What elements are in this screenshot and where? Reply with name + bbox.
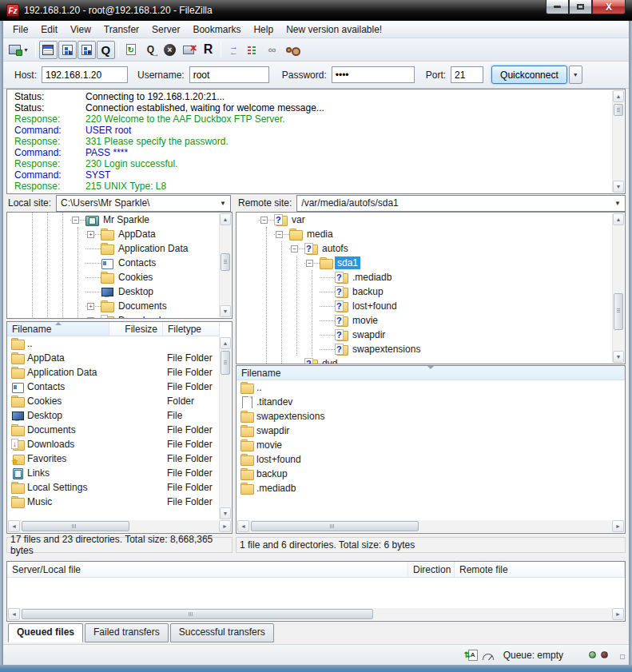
remote-tree-vertical-scrollbar[interactable]: ▲ ▼ [612,213,624,363]
file-row-swapextensions[interactable]: swapextensions [237,409,625,423]
tree-item-autofs[interactable]: −autofs [259,241,625,256]
menu-item-help[interactable]: Help [247,22,280,38]
expand-expander[interactable]: + [87,231,94,238]
tree-item-documents[interactable]: +Documents [25,299,232,313]
expand-expander[interactable]: + [87,303,94,310]
toggle-remote-tree-button[interactable]: F [78,41,96,59]
file-row-cookies[interactable]: CookiesFolder [7,394,232,408]
log-vertical-scrollbar[interactable]: ▲ ▼ [612,90,624,193]
file-row-movie[interactable]: movie [237,438,625,452]
tab-successful-transfers[interactable]: Successful transfers [170,623,274,642]
port-input[interactable] [451,66,483,83]
queue-column-remote-file[interactable]: Remote file [455,562,625,577]
compare-directories-button[interactable]: →← [225,41,243,59]
tree-item-swapdir[interactable]: swapdir [259,328,625,342]
quickconnect-button[interactable]: Quickconnect [491,66,567,84]
file-row-downloads[interactable]: DownloadsFile Folder [7,437,232,451]
tree-item-var[interactable]: −var [259,213,625,227]
resize-grip[interactable] [621,655,624,658]
remote-list-horizontal-scrollbar[interactable]: ◄ ► [237,520,624,532]
tree-item-downloads[interactable]: +Downloads [25,313,232,319]
remote-tree-scroll-thumb[interactable] [614,293,623,330]
scroll-down-arrow[interactable]: ▼ [613,181,624,193]
file-row-desktop[interactable]: DesktopFile [7,408,232,423]
collapse-expander[interactable]: − [260,217,268,224]
file-row-swapdir[interactable]: swapdir [237,423,625,438]
process-queue-button[interactable]: Q [141,41,160,59]
scroll-up-arrow[interactable]: ▲ [220,337,231,349]
file-row-backup[interactable]: backup [237,467,625,481]
cancel-button[interactable]: × [161,41,179,59]
maximize-button[interactable] [569,0,592,14]
menu-item-view[interactable]: View [64,22,97,38]
menu-item-transfer[interactable]: Transfer [97,22,145,38]
scroll-down-arrow[interactable]: ▼ [613,351,624,363]
scroll-up-arrow[interactable]: ▲ [613,213,624,225]
local-tree-vertical-scrollbar[interactable]: ▲ ▼ [219,213,231,317]
site-manager-button[interactable]: ▼ [8,41,32,59]
chevron-down-icon[interactable]: ▼ [220,200,226,207]
collapse-expander[interactable]: − [276,231,283,238]
scroll-right-arrow[interactable]: ► [219,520,231,532]
menu-item-edit[interactable]: Edit [34,22,64,38]
tree-item-backup[interactable]: backup [259,284,625,299]
collapse-expander[interactable]: − [306,260,313,267]
scroll-right-arrow[interactable]: ► [612,520,624,532]
scroll-left-arrow[interactable]: ◄ [237,520,249,532]
menu-item-server[interactable]: Server [145,22,186,38]
remote-site-combo[interactable]: /var/media/autofs/sda1 ▼ [296,195,626,212]
tree-item-dvd[interactable]: dvd [259,356,625,364]
queue-horizontal-scrollbar[interactable]: ◄ ► [8,608,624,620]
collapse-expander[interactable]: − [72,217,79,224]
file-row-local-settings[interactable]: Local SettingsFile Folder [7,480,232,495]
tree-item-lost-found[interactable]: lost+found [259,299,625,313]
minimize-button[interactable] [546,0,569,14]
scroll-up-arrow[interactable]: ▲ [613,90,624,102]
scroll-up-arrow[interactable]: ▲ [220,213,231,225]
find-files-button[interactable] [282,41,300,59]
queue-hscroll-thumb[interactable] [22,609,373,619]
chevron-down-icon[interactable]: ▼ [614,200,621,207]
file-row-contacts[interactable]: ContactsFile Folder [7,380,232,394]
scroll-left-arrow[interactable]: ◄ [8,520,20,532]
refresh-button[interactable] [122,41,141,59]
queue-column-server-local-file[interactable]: Server/Local file [7,562,408,577]
tree-item--mediadb[interactable]: .mediadb [259,270,625,284]
quickconnect-dropdown-button[interactable]: ▼ [569,66,582,84]
tab-failed-transfers[interactable]: Failed transfers [85,623,169,642]
scroll-left-arrow[interactable]: ◄ [8,608,20,620]
file-row-music[interactable]: MusicFile Folder [7,495,232,509]
column-header-filesize[interactable]: Filesize [109,322,163,336]
file-row-links[interactable]: LinksFile Folder [7,466,232,480]
tree-item-application-data[interactable]: Application Data [25,241,232,256]
column-header-filetype[interactable]: Filetype [163,322,220,336]
tree-item-media[interactable]: −media [259,227,625,241]
password-input[interactable] [332,66,415,83]
tree-item-mr-sparkle[interactable]: −Mr Sparkle [25,213,232,227]
toggle-log-button[interactable] [39,41,58,59]
menu-item-bookmarks[interactable]: Bookmarks [186,22,247,38]
disconnect-button[interactable] [180,41,198,59]
queue-column-direction[interactable]: Direction [408,562,455,577]
tree-item-desktop[interactable]: Desktop [25,284,232,299]
tree-item-cookies[interactable]: Cookies [25,270,232,284]
close-button[interactable]: X [592,0,626,14]
scroll-down-arrow[interactable]: ▼ [220,305,231,317]
synchronized-browsing-button[interactable]: ∞ [263,41,281,59]
menu-item-file[interactable]: File [6,22,34,38]
log-scroll-thumb[interactable] [614,104,623,116]
reconnect-button[interactable]: R [199,41,217,59]
expand-expander[interactable]: + [87,317,94,320]
local-list-horizontal-scrollbar[interactable]: ◄ ► [8,520,231,532]
collapse-expander[interactable]: − [291,245,298,252]
scroll-down-arrow[interactable]: ▼ [220,507,231,519]
transfer-type-icon[interactable]: A [468,650,478,661]
tree-item-swapextensions[interactable]: swapextensions [259,342,625,356]
tab-queued-files[interactable]: Queued files [8,623,83,642]
directory-comparison-button[interactable] [244,41,262,59]
speed-limits-icon[interactable] [483,654,494,660]
file-row--titandev[interactable]: .titandev [237,395,625,409]
column-header-filename[interactable]: Filename [237,366,625,380]
menu-item-new-version-available[interactable]: New version available! [280,22,388,38]
local-site-combo[interactable]: C:\Users\Mr Sparkle\ ▼ [56,195,231,212]
